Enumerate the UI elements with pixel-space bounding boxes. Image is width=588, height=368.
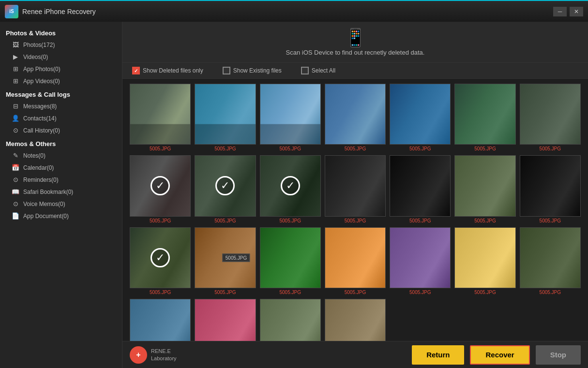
sidebar-item-reminders[interactable]: ⊙ Reminders(0)	[0, 174, 122, 186]
logo-line2: Laboratory	[151, 355, 177, 362]
photo-label: 5005.JPG	[409, 290, 431, 295]
safari-icon: 📖	[12, 188, 19, 195]
photo-label: 5005.JPG	[150, 290, 171, 295]
photo-item[interactable]: 5005.JPG	[260, 227, 321, 295]
main-layout: Photos & Videos 🖼 Photos(172) ▶ Videos(0…	[0, 22, 588, 368]
stop-button[interactable]: Stop	[536, 345, 581, 365]
photo-label: 5005.JPG	[540, 218, 561, 223]
filter-bar: Show Deleted files only Show Existing fi…	[122, 63, 588, 79]
check-overlay: ✓	[215, 176, 235, 195]
sidebar-item-photos[interactable]: 🖼 Photos(172)	[0, 39, 122, 51]
filter-existing-files[interactable]: Show Existing files	[223, 67, 282, 74]
recover-button[interactable]: Recover	[470, 345, 529, 365]
minimize-button[interactable]: ─	[553, 7, 567, 16]
photo-grid-container: 5005.JPG5005.JPG5005.JPG5005.JPG5005.JPG…	[122, 79, 588, 341]
photo-item[interactable]: 5005.JPG	[195, 84, 256, 151]
sidebar-item-app-videos[interactable]: ⊞ App Videos(0)	[0, 75, 122, 87]
photo-item[interactable]: 5005.JPG	[325, 299, 386, 341]
photo-item[interactable]: 5005.JPG	[260, 299, 321, 341]
sidebar-item-app-photos[interactable]: ⊞ App Photos(0)	[0, 63, 122, 75]
contacts-icon: 👤	[12, 115, 19, 122]
return-button[interactable]: Return	[412, 345, 464, 365]
photo-item[interactable]: 5005.JPG	[325, 227, 386, 295]
photo-label: 5005.JPG	[474, 218, 496, 223]
photo-item[interactable]: 5005.JPG	[130, 84, 191, 151]
app-photos-icon: ⊞	[12, 65, 19, 73]
photo-item[interactable]: 5005.JPG5005.JPG	[195, 227, 256, 295]
photo-item[interactable]: 5005.JPG	[390, 155, 451, 223]
sidebar-item-calendar[interactable]: 📅 Calendar(0)	[0, 162, 122, 174]
calendar-icon: 📅	[12, 164, 19, 171]
sidebar-item-voice-memos[interactable]: ⊙ Voice Memos(0)	[0, 198, 122, 210]
photo-label: 5005.JPG	[279, 146, 301, 151]
photo-label: 5005.JPG	[345, 290, 366, 295]
reminders-icon: ⊙	[12, 176, 19, 183]
sidebar-item-call-history[interactable]: ⊙ Call History(0)	[0, 124, 122, 136]
photo-label: 5005.JPG	[409, 146, 431, 151]
photo-label: 5005.JPG	[214, 146, 236, 151]
photo-label: 5005.JPG	[150, 218, 171, 223]
check-overlay: ✓	[151, 176, 170, 195]
photo-item[interactable]: 5005.JPG	[195, 299, 256, 341]
sidebar: Photos & Videos 🖼 Photos(172) ▶ Videos(0…	[0, 22, 122, 368]
photo-item[interactable]: 5005.JPG	[390, 84, 451, 151]
photo-label: 5005.JPG	[279, 290, 301, 295]
photo-item[interactable]: 5005.JPG	[520, 84, 581, 151]
select-all-label: Select All	[312, 67, 335, 74]
videos-icon: ▶	[12, 53, 19, 60]
sidebar-item-videos[interactable]: ▶ Videos(0)	[0, 51, 122, 63]
sidebar-item-app-document[interactable]: 📄 App Document(0)	[0, 210, 122, 222]
photo-item[interactable]: 5005.JPG	[520, 227, 581, 295]
deleted-files-checkbox[interactable]	[132, 67, 140, 74]
title-bar: iS Renee iPhone Recovery ─ ✕	[0, 0, 588, 22]
photo-item[interactable]: ✓5005.JPG	[195, 155, 256, 223]
photo-item[interactable]: 5005.JPG	[454, 155, 515, 223]
photo-item[interactable]: 5005.JPG	[260, 84, 321, 151]
photo-item[interactable]: 5005.JPG	[454, 227, 515, 295]
voice-memos-icon: ⊙	[12, 200, 19, 207]
photo-item[interactable]: 5005.JPG	[130, 299, 191, 341]
deleted-files-label: Show Deleted files only	[143, 67, 203, 74]
photo-label: 5005.JPG	[214, 290, 236, 295]
sidebar-item-safari-bookmark[interactable]: 📖 Safari Bookmark(0)	[0, 186, 122, 198]
filter-select-all[interactable]: Select All	[301, 67, 335, 74]
bottom-bar: + RENE.E Laboratory Return Recover Stop	[122, 341, 588, 368]
sidebar-item-messages[interactable]: ⊟ Messages(8)	[0, 100, 122, 112]
messages-icon: ⊟	[12, 103, 19, 110]
sidebar-item-contacts[interactable]: 👤 Contacts(14)	[0, 112, 122, 124]
app-document-icon: 📄	[12, 212, 19, 220]
sidebar-section-memos: Memos & Others	[0, 136, 122, 149]
photo-label: 5005.JPG	[540, 290, 561, 295]
app-videos-icon: ⊞	[12, 77, 19, 85]
photo-item[interactable]: ✓5005.JPG	[130, 155, 191, 223]
logo-section: + RENE.E Laboratory	[130, 346, 177, 364]
app-title: Renee iPhone Recovery	[22, 8, 553, 15]
existing-files-checkbox[interactable]	[223, 67, 230, 74]
logo-line1: RENE.E	[151, 348, 177, 354]
select-all-checkbox[interactable]	[301, 67, 309, 74]
notes-icon: ✎	[12, 152, 19, 159]
photo-item[interactable]: 5005.JPG	[325, 155, 386, 223]
photo-label: 5005.JPG	[214, 218, 236, 223]
photo-label: 5005.JPG	[540, 146, 561, 151]
window-controls: ─ ✕	[553, 7, 583, 16]
photo-item[interactable]: 5005.JPG	[520, 155, 581, 223]
close-button[interactable]: ✕	[570, 7, 583, 16]
filter-deleted-files[interactable]: Show Deleted files only	[132, 67, 203, 74]
photo-label: 5005.JPG	[345, 146, 366, 151]
photo-item[interactable]: 5005.JPG	[390, 227, 451, 295]
photo-item[interactable]: 5005.JPG	[325, 84, 386, 151]
sidebar-item-notes[interactable]: ✎ Notes(0)	[0, 149, 122, 162]
photo-item[interactable]: ✓5005.JPG	[130, 227, 191, 295]
photo-label: 5005.JPG	[409, 218, 431, 223]
logo-icon: +	[130, 346, 147, 364]
photo-item[interactable]: ✓5005.JPG	[260, 155, 321, 223]
photo-label: 5005.JPG	[345, 218, 366, 223]
scan-text: Scan iOS Device to find out recnetly del…	[286, 49, 425, 56]
device-icon: 📱	[128, 28, 582, 48]
content-area: 📱 Scan iOS Device to find out recnetly d…	[122, 22, 588, 368]
photo-label: 5005.JPG	[279, 218, 301, 223]
photo-item[interactable]: 5005.JPG	[454, 84, 515, 151]
photo-grid: 5005.JPG5005.JPG5005.JPG5005.JPG5005.JPG…	[130, 84, 581, 341]
call-history-icon: ⊙	[12, 127, 19, 134]
